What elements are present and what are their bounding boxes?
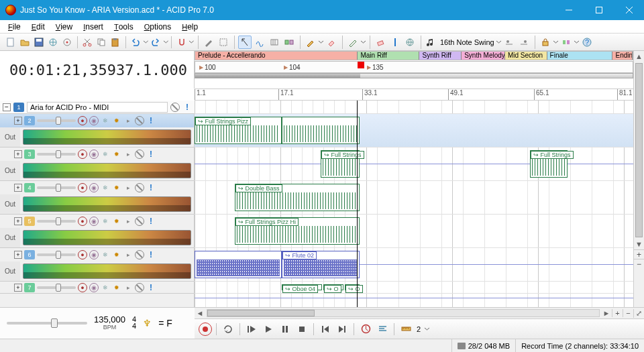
menu-file[interactable]: File bbox=[3, 21, 26, 33]
zoom-v-in[interactable]: + bbox=[634, 249, 644, 259]
zoom-h-in[interactable]: + bbox=[612, 309, 623, 317]
time-code[interactable]: 00:01:21,359 bbox=[9, 62, 116, 78]
alert-icon[interactable]: ! bbox=[146, 283, 156, 292]
clip[interactable]: ↪ O bbox=[323, 284, 343, 290]
save-button[interactable] bbox=[32, 36, 45, 49]
lane-3[interactable]: ↪ Full Strings Pizz Hi bbox=[195, 215, 633, 248]
close-button[interactable] bbox=[614, 0, 644, 20]
solo-icon[interactable]: ▸ bbox=[123, 116, 133, 125]
track-header-2[interactable]: + 2 ● ◉ ❄ ✹ ▸ ! Out bbox=[0, 114, 194, 148]
swing-selector[interactable]: 16th Note Swing bbox=[439, 38, 496, 46]
arm-record-icon[interactable]: ● bbox=[78, 116, 87, 125]
volume-slider[interactable] bbox=[37, 253, 76, 256]
go-end-button[interactable] bbox=[335, 322, 350, 337]
solo-icon[interactable]: ▸ bbox=[123, 183, 133, 192]
open-button[interactable] bbox=[18, 36, 31, 49]
mute-icon[interactable]: ◉ bbox=[89, 183, 99, 192]
lane-1[interactable]: ↪ Full Strings↪ Full Strings bbox=[195, 148, 633, 181]
mute-icon[interactable]: ◉ bbox=[89, 250, 99, 259]
paint-tool[interactable] bbox=[304, 36, 317, 49]
copy-button[interactable] bbox=[95, 36, 108, 49]
publish-button[interactable] bbox=[46, 36, 59, 49]
no-icon[interactable] bbox=[170, 103, 180, 112]
track-expand[interactable]: + bbox=[14, 251, 22, 259]
beat-position[interactable]: 37.1.000 bbox=[116, 62, 187, 78]
menu-view[interactable]: View bbox=[50, 21, 78, 33]
timeline[interactable]: ↪ Full Strings Pizz↪ Full Strings↪ Full … bbox=[195, 101, 633, 307]
ruler-icon[interactable] bbox=[398, 322, 413, 337]
track-header-5[interactable]: + 5 ● ◉ ❄ ✹ ▸ ! Out bbox=[0, 215, 194, 248]
scroll-track[interactable] bbox=[207, 309, 600, 317]
arm-record-icon[interactable]: ● bbox=[78, 283, 87, 292]
region-0[interactable]: Prelude - Accellerando bbox=[195, 52, 358, 60]
loop-bar[interactable] bbox=[195, 73, 633, 78]
mute-icon[interactable]: ◉ bbox=[89, 150, 99, 159]
scroll-left[interactable]: ◄ bbox=[195, 309, 205, 317]
track-header-4[interactable]: + 4 ● ◉ ❄ ✹ ▸ ! Out bbox=[0, 181, 194, 215]
pause-button[interactable] bbox=[278, 322, 292, 337]
menu-edit[interactable]: Edit bbox=[26, 21, 50, 33]
redo-dropdown[interactable] bbox=[163, 40, 169, 44]
help-button[interactable]: ? bbox=[580, 36, 594, 49]
scroll-up[interactable]: ▲ bbox=[634, 51, 644, 62]
volume-slider[interactable] bbox=[37, 286, 76, 289]
playhead[interactable] bbox=[357, 101, 358, 307]
lane-0[interactable]: ↪ Full Strings Pizz bbox=[195, 114, 633, 148]
alert-icon[interactable]: ! bbox=[146, 183, 156, 192]
tempo-marker-1[interactable]: 104 bbox=[281, 62, 301, 72]
menu-insert[interactable]: Insert bbox=[78, 21, 109, 33]
clip[interactable]: ↪ Full Strings Pizz bbox=[195, 117, 282, 144]
volume-slider[interactable] bbox=[37, 220, 76, 223]
mute-icon[interactable]: ◉ bbox=[89, 217, 99, 226]
arm-record-icon[interactable]: ● bbox=[78, 217, 87, 226]
pencil-dropdown[interactable] bbox=[360, 40, 366, 44]
no-icon[interactable] bbox=[135, 116, 144, 125]
new-button[interactable] bbox=[4, 36, 17, 49]
region-2[interactable]: Synth Riff bbox=[419, 52, 462, 60]
region-3[interactable]: Synth Melody bbox=[462, 52, 505, 60]
no-icon[interactable] bbox=[135, 183, 144, 192]
lock-dropdown[interactable] bbox=[553, 40, 559, 44]
arm-record-icon[interactable]: ● bbox=[78, 183, 87, 192]
paint-dropdown[interactable] bbox=[318, 40, 324, 44]
scroll-thumb-h[interactable] bbox=[207, 310, 315, 316]
track-header-3[interactable]: + 3 ● ◉ ❄ ✹ ▸ ! Out bbox=[0, 148, 194, 181]
solo-icon[interactable]: ▸ bbox=[123, 150, 133, 159]
count-dropdown[interactable] bbox=[424, 327, 430, 331]
track-expand[interactable]: + bbox=[14, 150, 22, 158]
tempo-slider[interactable] bbox=[7, 322, 87, 325]
alert-icon[interactable]: ! bbox=[146, 217, 156, 226]
freeze-icon[interactable]: ❄ bbox=[101, 283, 110, 292]
lane-5[interactable]: ↪ Oboe 04↪ O↪ O bbox=[195, 282, 633, 294]
mute-icon[interactable]: ◉ bbox=[89, 116, 99, 125]
clip[interactable] bbox=[195, 251, 282, 278]
alert-icon[interactable]: ! bbox=[146, 150, 156, 159]
bus-header[interactable]: − 1 Aria for ACID Pro - MIDI ! bbox=[0, 101, 195, 114]
menu-tools[interactable]: Tools bbox=[109, 21, 139, 33]
tool-timestretch[interactable] bbox=[268, 36, 281, 49]
ripple-btn[interactable] bbox=[559, 36, 573, 49]
fx-icon[interactable]: ✹ bbox=[112, 183, 121, 192]
zoom-fit[interactable]: ⤢ bbox=[633, 309, 644, 318]
swing-btn-b[interactable] bbox=[517, 36, 531, 49]
tuning-fork-icon[interactable]: ♆ bbox=[143, 318, 152, 329]
mute-icon[interactable]: ◉ bbox=[89, 283, 99, 292]
fx-icon[interactable]: ✹ bbox=[112, 250, 121, 259]
undo-button[interactable] bbox=[129, 36, 142, 49]
menu-options[interactable]: Options bbox=[139, 21, 177, 33]
clip[interactable]: ↪ Double Bass bbox=[235, 184, 360, 211]
no-icon[interactable] bbox=[135, 150, 144, 159]
no-icon[interactable] bbox=[135, 217, 144, 226]
lane-2[interactable]: ↪ Double Bass bbox=[195, 181, 633, 215]
region-4[interactable]: Mid Section bbox=[505, 52, 547, 60]
go-start-button[interactable] bbox=[318, 322, 333, 337]
globe-tool[interactable] bbox=[403, 36, 417, 49]
track-expand[interactable]: + bbox=[14, 284, 22, 292]
bus-name[interactable]: Aria for ACID Pro - MIDI bbox=[27, 102, 168, 113]
horizontal-scrollbar[interactable]: ◄ ► + − ⤢ bbox=[195, 307, 644, 318]
metronome-button[interactable] bbox=[358, 322, 373, 337]
fx-icon[interactable]: ✹ bbox=[112, 150, 121, 159]
tool-edit[interactable] bbox=[238, 36, 252, 49]
solo-icon[interactable]: ▸ bbox=[123, 283, 133, 292]
track-expand[interactable]: + bbox=[14, 217, 22, 225]
